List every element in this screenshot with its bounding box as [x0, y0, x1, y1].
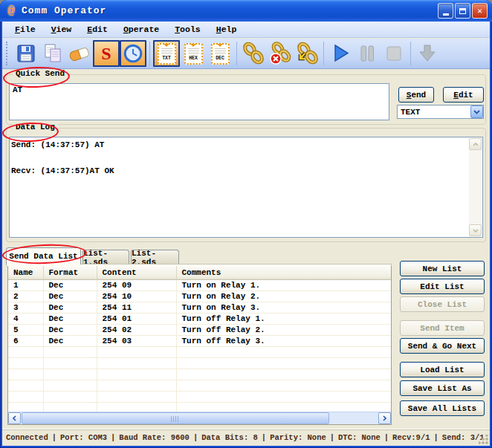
quick-send-label: Quick Send: [13, 69, 68, 78]
col-header-comments[interactable]: Comments: [176, 266, 391, 279]
col-header-content[interactable]: Content: [97, 266, 176, 279]
quick-send-input[interactable]: AT: [9, 83, 389, 120]
dec-pad-icon: DEC: [211, 43, 230, 65]
clear-button[interactable]: [66, 40, 93, 67]
chevron-left-icon: [13, 415, 16, 421]
pause-icon: [355, 42, 379, 65]
toolbar-grip[interactable]: [6, 42, 10, 65]
send-go-next-button[interactable]: Send & Go Next: [400, 338, 485, 354]
minimize-button[interactable]: [438, 3, 453, 19]
timestamp-toggle-button[interactable]: [120, 40, 146, 67]
scroll-right-button[interactable]: [378, 412, 391, 424]
send-item-button: Send Item: [400, 320, 485, 336]
status-data-bits: Data Bits: 8: [201, 433, 258, 442]
resize-grip[interactable]: [479, 435, 488, 444]
connect-button[interactable]: [240, 40, 267, 67]
scroll-down-button[interactable]: [469, 224, 482, 236]
load-list-button[interactable]: Load List: [400, 362, 485, 377]
status-baud-rate: Baud Rate: 9600: [119, 433, 190, 442]
menu-file[interactable]: File: [13, 24, 37, 35]
connect-chain-icon: [242, 42, 265, 65]
tab-send-data-list[interactable]: Send Data List: [6, 247, 81, 264]
data-log-label: Data Log: [13, 123, 58, 132]
table-row[interactable]: 3Dec254 11Turn on Relay 3.: [8, 302, 391, 313]
status-bar: Connected| Port: COM3| Baud Rate: 9600| …: [2, 429, 490, 446]
copy-icon: [41, 42, 65, 65]
table-row[interactable]: 2Dec254 10Turn on Relay 2.: [8, 290, 391, 302]
format-select[interactable]: TEXT: [397, 105, 484, 119]
reconnect-button[interactable]: [294, 40, 320, 67]
letter-s-icon: S: [101, 45, 111, 62]
start-button[interactable]: [327, 40, 354, 67]
disconnect-button[interactable]: [267, 40, 294, 67]
pause-button[interactable]: [354, 40, 381, 67]
disconnect-chain-icon: [268, 42, 292, 65]
hex-pad-icon: HEX: [184, 43, 203, 65]
table-empty-row: [8, 380, 391, 391]
toolbar-separator: [410, 42, 411, 65]
send-mode-toggle-button[interactable]: S: [93, 40, 120, 67]
copy-button[interactable]: [39, 40, 66, 67]
client-area: File View Edit Operate Tools Help S: [2, 22, 490, 446]
table-row[interactable]: 6Dec254 03Turn off Relay 3.: [8, 335, 391, 346]
download-button[interactable]: [414, 40, 441, 67]
minimize-icon: [443, 13, 449, 16]
edit-button[interactable]: Edit: [443, 87, 484, 103]
toolbar-separator: [149, 42, 150, 65]
stop-button[interactable]: [381, 40, 407, 67]
table-empty-row: [8, 369, 391, 380]
data-log-text: Send: (14:37:57) AT Recv: (14:37:57)AT O…: [11, 139, 467, 178]
status-connection: Connected: [6, 433, 48, 442]
save-list-as-button[interactable]: Save List As: [400, 380, 485, 396]
txt-pad-icon: TXT: [158, 43, 176, 65]
table-horizontal-scrollbar[interactable]: [8, 412, 391, 424]
window-title: Comm Operator: [22, 5, 106, 16]
toolbar: S TXT HEX DEC: [2, 39, 490, 69]
maximize-icon: [459, 8, 466, 14]
send-button[interactable]: Send: [398, 87, 434, 103]
tab-list-1[interactable]: List-1.sds: [82, 250, 129, 264]
save-button[interactable]: [13, 40, 39, 67]
txt-view-toggle-button[interactable]: TXT: [153, 40, 180, 67]
close-button[interactable]: ✕: [472, 3, 488, 19]
table-row[interactable]: 4Dec254 01Turn off Relay 1.: [8, 313, 391, 324]
table-row[interactable]: 5Dec254 02Turn off Relay 2.: [8, 324, 391, 335]
menu-help[interactable]: Help: [215, 24, 239, 35]
menu-view[interactable]: View: [50, 24, 74, 35]
scroll-left-button[interactable]: [8, 412, 21, 424]
table-header-row: Name Format Content Comments: [8, 266, 391, 279]
play-icon: [328, 42, 352, 65]
table-row[interactable]: 1Dec254 09Turn on Relay 1.: [8, 279, 391, 290]
new-list-button[interactable]: New List: [400, 261, 485, 276]
data-log-scrollbar[interactable]: [469, 138, 482, 236]
title-bar[interactable]: @ Comm Operator ✕: [0, 0, 492, 22]
menu-tools[interactable]: Tools: [173, 24, 202, 35]
menu-edit[interactable]: Edit: [85, 24, 109, 35]
format-select-value: TEXT: [398, 108, 470, 117]
data-log-area[interactable]: Send: (14:37:57) AT Recv: (14:37:57)AT O…: [9, 137, 483, 238]
tab-list-2[interactable]: List-2.sds: [131, 250, 179, 264]
toolbar-separator: [236, 42, 237, 65]
clock-icon: [122, 42, 144, 65]
dropdown-button[interactable]: [470, 105, 483, 118]
menu-bar: File View Edit Operate Tools Help: [2, 22, 490, 38]
edit-list-button[interactable]: Edit List: [400, 279, 485, 294]
download-arrow-icon: [415, 42, 439, 65]
table-empty-row: [8, 391, 391, 402]
scroll-up-button[interactable]: [469, 138, 482, 150]
col-header-name[interactable]: Name: [8, 266, 43, 279]
dec-view-toggle-button[interactable]: DEC: [207, 40, 233, 67]
table-empty-row: [8, 346, 391, 357]
col-header-format[interactable]: Format: [43, 266, 97, 279]
chevron-right-icon: [383, 415, 386, 421]
status-recv: Recv:9/1: [392, 433, 430, 442]
status-port: Port: COM3: [60, 433, 107, 442]
scrollbar-thumb[interactable]: [22, 412, 329, 424]
save-all-lists-button[interactable]: Save All Lists: [400, 400, 485, 416]
hex-view-toggle-button[interactable]: HEX: [180, 40, 207, 67]
send-data-table: Name Format Content Comments 1Dec254 09T…: [7, 265, 392, 425]
menu-operate[interactable]: Operate: [122, 24, 161, 35]
chevron-up-icon: [473, 143, 479, 146]
app-window: @ Comm Operator ✕ File View Edit Operate…: [0, 0, 492, 448]
maximize-button[interactable]: [455, 3, 470, 19]
